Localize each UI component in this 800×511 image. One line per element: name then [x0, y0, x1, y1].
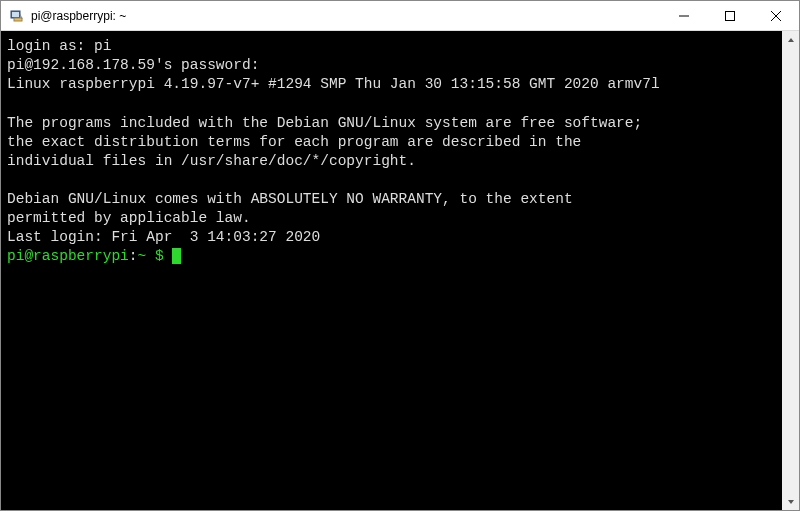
minimize-button[interactable]: [661, 1, 707, 30]
scroll-up-button[interactable]: [782, 31, 799, 48]
terminal-output[interactable]: login as: pi pi@192.168.178.59's passwor…: [1, 31, 782, 510]
window-buttons: [661, 1, 799, 30]
terminal-line: Linux raspberrypi 4.19.97-v7+ #1294 SMP …: [7, 76, 660, 92]
terminal-line: login as: pi: [7, 38, 111, 54]
scroll-track[interactable]: [782, 48, 799, 493]
titlebar[interactable]: pi@raspberrypi: ~: [1, 1, 799, 31]
prompt-user-host: pi@raspberrypi: [7, 248, 129, 264]
svg-marker-9: [788, 500, 794, 504]
terminal-line: The programs included with the Debian GN…: [7, 115, 642, 131]
maximize-button[interactable]: [707, 1, 753, 30]
svg-rect-2: [14, 18, 22, 21]
terminal-line: Last login: Fri Apr 3 14:03:27 2020: [7, 229, 320, 245]
svg-rect-5: [726, 11, 735, 20]
prompt-path: ~ $: [138, 248, 173, 264]
terminal-line: pi@192.168.178.59's password:: [7, 57, 259, 73]
terminal-line: Debian GNU/Linux comes with ABSOLUTELY N…: [7, 191, 573, 207]
vertical-scrollbar[interactable]: [782, 31, 799, 510]
terminal-area: login as: pi pi@192.168.178.59's passwor…: [1, 31, 799, 510]
putty-icon: [9, 8, 25, 24]
prompt-sep: :: [129, 248, 138, 264]
terminal-line: the exact distribution terms for each pr…: [7, 134, 581, 150]
close-button[interactable]: [753, 1, 799, 30]
terminal-window: pi@raspberrypi: ~ login as: pi pi@192.16…: [0, 0, 800, 511]
scroll-down-button[interactable]: [782, 493, 799, 510]
window-title: pi@raspberrypi: ~: [31, 9, 126, 23]
terminal-line: permitted by applicable law.: [7, 210, 251, 226]
svg-marker-8: [788, 38, 794, 42]
cursor-icon: [172, 248, 181, 264]
svg-rect-1: [12, 12, 19, 17]
terminal-line: individual files in /usr/share/doc/*/cop…: [7, 153, 416, 169]
